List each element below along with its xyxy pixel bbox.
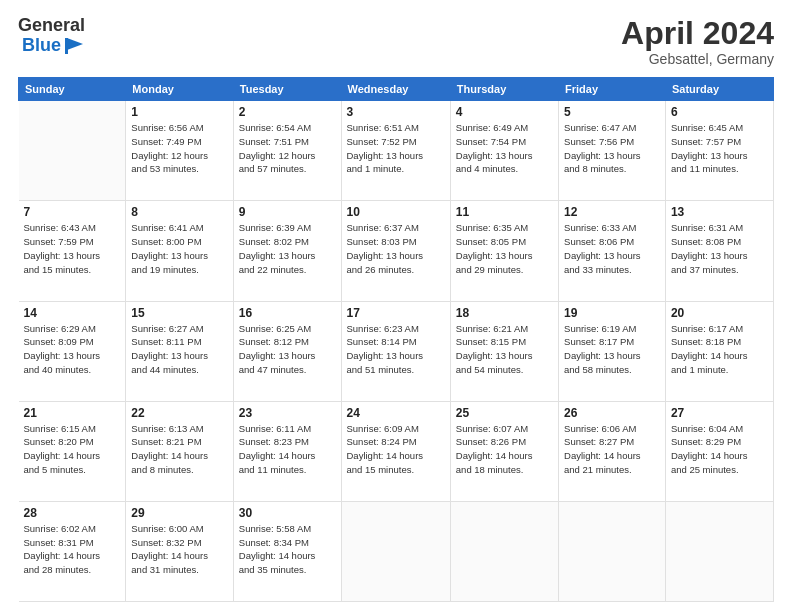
day-info: Sunrise: 6:51 AM Sunset: 7:52 PM Dayligh…	[347, 121, 445, 176]
calendar-week-row: 1Sunrise: 6:56 AM Sunset: 7:49 PM Daylig…	[19, 101, 774, 201]
calendar-cell	[559, 501, 666, 601]
calendar-cell: 11Sunrise: 6:35 AM Sunset: 8:05 PM Dayli…	[450, 201, 558, 301]
day-number: 13	[671, 205, 768, 219]
day-number: 28	[24, 506, 121, 520]
calendar-cell: 30Sunrise: 5:58 AM Sunset: 8:34 PM Dayli…	[233, 501, 341, 601]
day-info: Sunrise: 6:29 AM Sunset: 8:09 PM Dayligh…	[24, 322, 121, 377]
day-info: Sunrise: 6:47 AM Sunset: 7:56 PM Dayligh…	[564, 121, 660, 176]
day-info: Sunrise: 6:19 AM Sunset: 8:17 PM Dayligh…	[564, 322, 660, 377]
calendar-cell: 23Sunrise: 6:11 AM Sunset: 8:23 PM Dayli…	[233, 401, 341, 501]
svg-marker-0	[67, 38, 83, 50]
day-info: Sunrise: 6:41 AM Sunset: 8:00 PM Dayligh…	[131, 221, 227, 276]
day-number: 1	[131, 105, 227, 119]
day-number: 30	[239, 506, 336, 520]
day-number: 24	[347, 406, 445, 420]
title-block: April 2024 Gebsattel, Germany	[621, 16, 774, 67]
day-info: Sunrise: 6:13 AM Sunset: 8:21 PM Dayligh…	[131, 422, 227, 477]
month-title: April 2024	[621, 16, 774, 51]
calendar-cell: 27Sunrise: 6:04 AM Sunset: 8:29 PM Dayli…	[665, 401, 773, 501]
calendar-cell: 2Sunrise: 6:54 AM Sunset: 7:51 PM Daylig…	[233, 101, 341, 201]
logo: General Blue	[18, 16, 85, 56]
day-info: Sunrise: 6:37 AM Sunset: 8:03 PM Dayligh…	[347, 221, 445, 276]
calendar-cell	[665, 501, 773, 601]
day-info: Sunrise: 6:39 AM Sunset: 8:02 PM Dayligh…	[239, 221, 336, 276]
calendar-cell: 4Sunrise: 6:49 AM Sunset: 7:54 PM Daylig…	[450, 101, 558, 201]
col-saturday: Saturday	[665, 78, 773, 101]
calendar-cell: 22Sunrise: 6:13 AM Sunset: 8:21 PM Dayli…	[126, 401, 233, 501]
calendar-cell: 18Sunrise: 6:21 AM Sunset: 8:15 PM Dayli…	[450, 301, 558, 401]
day-info: Sunrise: 6:11 AM Sunset: 8:23 PM Dayligh…	[239, 422, 336, 477]
col-thursday: Thursday	[450, 78, 558, 101]
day-number: 7	[24, 205, 121, 219]
day-info: Sunrise: 6:17 AM Sunset: 8:18 PM Dayligh…	[671, 322, 768, 377]
calendar-week-row: 21Sunrise: 6:15 AM Sunset: 8:20 PM Dayli…	[19, 401, 774, 501]
day-info: Sunrise: 6:49 AM Sunset: 7:54 PM Dayligh…	[456, 121, 553, 176]
day-number: 6	[671, 105, 768, 119]
calendar-cell	[19, 101, 126, 201]
location: Gebsattel, Germany	[621, 51, 774, 67]
col-wednesday: Wednesday	[341, 78, 450, 101]
day-number: 19	[564, 306, 660, 320]
logo-blue: Blue	[22, 36, 61, 56]
day-info: Sunrise: 6:15 AM Sunset: 8:20 PM Dayligh…	[24, 422, 121, 477]
logo-flag-icon	[63, 36, 85, 56]
calendar-cell: 20Sunrise: 6:17 AM Sunset: 8:18 PM Dayli…	[665, 301, 773, 401]
day-info: Sunrise: 6:09 AM Sunset: 8:24 PM Dayligh…	[347, 422, 445, 477]
calendar-cell: 8Sunrise: 6:41 AM Sunset: 8:00 PM Daylig…	[126, 201, 233, 301]
col-sunday: Sunday	[19, 78, 126, 101]
calendar-cell: 15Sunrise: 6:27 AM Sunset: 8:11 PM Dayli…	[126, 301, 233, 401]
day-number: 20	[671, 306, 768, 320]
day-number: 17	[347, 306, 445, 320]
day-number: 3	[347, 105, 445, 119]
calendar-cell: 19Sunrise: 6:19 AM Sunset: 8:17 PM Dayli…	[559, 301, 666, 401]
calendar-cell: 6Sunrise: 6:45 AM Sunset: 7:57 PM Daylig…	[665, 101, 773, 201]
day-number: 16	[239, 306, 336, 320]
col-tuesday: Tuesday	[233, 78, 341, 101]
calendar-week-row: 28Sunrise: 6:02 AM Sunset: 8:31 PM Dayli…	[19, 501, 774, 601]
day-number: 4	[456, 105, 553, 119]
header: General Blue April 2024 Gebsattel, Germa…	[18, 16, 774, 67]
calendar-cell: 28Sunrise: 6:02 AM Sunset: 8:31 PM Dayli…	[19, 501, 126, 601]
day-info: Sunrise: 6:56 AM Sunset: 7:49 PM Dayligh…	[131, 121, 227, 176]
col-monday: Monday	[126, 78, 233, 101]
day-info: Sunrise: 6:43 AM Sunset: 7:59 PM Dayligh…	[24, 221, 121, 276]
calendar-cell: 1Sunrise: 6:56 AM Sunset: 7:49 PM Daylig…	[126, 101, 233, 201]
calendar-cell: 25Sunrise: 6:07 AM Sunset: 8:26 PM Dayli…	[450, 401, 558, 501]
day-info: Sunrise: 6:23 AM Sunset: 8:14 PM Dayligh…	[347, 322, 445, 377]
day-number: 27	[671, 406, 768, 420]
day-info: Sunrise: 6:21 AM Sunset: 8:15 PM Dayligh…	[456, 322, 553, 377]
day-number: 2	[239, 105, 336, 119]
day-number: 10	[347, 205, 445, 219]
day-info: Sunrise: 5:58 AM Sunset: 8:34 PM Dayligh…	[239, 522, 336, 577]
day-info: Sunrise: 6:07 AM Sunset: 8:26 PM Dayligh…	[456, 422, 553, 477]
day-info: Sunrise: 6:31 AM Sunset: 8:08 PM Dayligh…	[671, 221, 768, 276]
logo-general: General	[18, 16, 85, 36]
day-number: 23	[239, 406, 336, 420]
calendar-cell: 3Sunrise: 6:51 AM Sunset: 7:52 PM Daylig…	[341, 101, 450, 201]
day-info: Sunrise: 6:54 AM Sunset: 7:51 PM Dayligh…	[239, 121, 336, 176]
page: General Blue April 2024 Gebsattel, Germa…	[0, 0, 792, 612]
calendar-cell: 14Sunrise: 6:29 AM Sunset: 8:09 PM Dayli…	[19, 301, 126, 401]
calendar-cell: 17Sunrise: 6:23 AM Sunset: 8:14 PM Dayli…	[341, 301, 450, 401]
day-info: Sunrise: 6:35 AM Sunset: 8:05 PM Dayligh…	[456, 221, 553, 276]
calendar-cell: 12Sunrise: 6:33 AM Sunset: 8:06 PM Dayli…	[559, 201, 666, 301]
col-friday: Friday	[559, 78, 666, 101]
day-info: Sunrise: 6:25 AM Sunset: 8:12 PM Dayligh…	[239, 322, 336, 377]
calendar-cell: 16Sunrise: 6:25 AM Sunset: 8:12 PM Dayli…	[233, 301, 341, 401]
day-number: 8	[131, 205, 227, 219]
day-info: Sunrise: 6:45 AM Sunset: 7:57 PM Dayligh…	[671, 121, 768, 176]
day-number: 11	[456, 205, 553, 219]
calendar-header: Sunday Monday Tuesday Wednesday Thursday…	[19, 78, 774, 101]
day-info: Sunrise: 6:27 AM Sunset: 8:11 PM Dayligh…	[131, 322, 227, 377]
day-number: 26	[564, 406, 660, 420]
day-number: 14	[24, 306, 121, 320]
day-number: 22	[131, 406, 227, 420]
calendar-cell: 5Sunrise: 6:47 AM Sunset: 7:56 PM Daylig…	[559, 101, 666, 201]
day-number: 12	[564, 205, 660, 219]
calendar-cell: 7Sunrise: 6:43 AM Sunset: 7:59 PM Daylig…	[19, 201, 126, 301]
calendar-cell: 13Sunrise: 6:31 AM Sunset: 8:08 PM Dayli…	[665, 201, 773, 301]
day-info: Sunrise: 6:06 AM Sunset: 8:27 PM Dayligh…	[564, 422, 660, 477]
calendar-table: Sunday Monday Tuesday Wednesday Thursday…	[18, 77, 774, 602]
calendar-cell: 10Sunrise: 6:37 AM Sunset: 8:03 PM Dayli…	[341, 201, 450, 301]
calendar-cell: 26Sunrise: 6:06 AM Sunset: 8:27 PM Dayli…	[559, 401, 666, 501]
